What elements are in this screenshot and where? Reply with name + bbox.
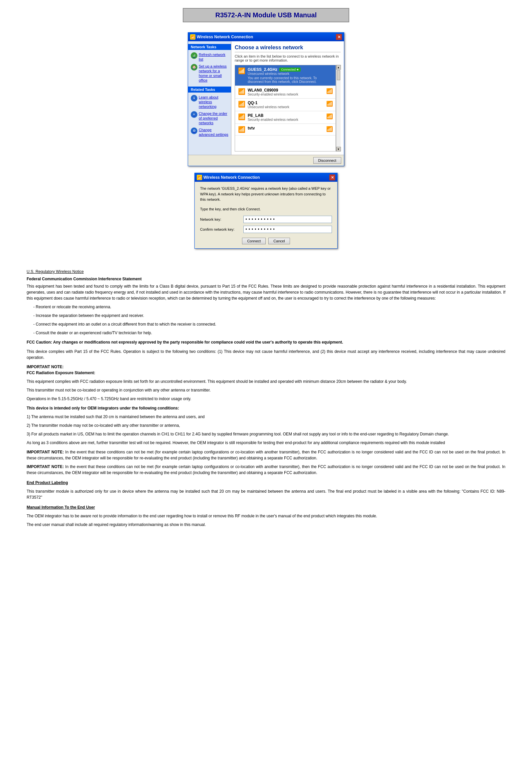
network-list[interactable]: 📶 GUESS_2.4GHz Connected ★ Unsecured wir…: [235, 65, 336, 151]
network-item-qq1[interactable]: 📶 QQ-1 Unsecured wireless network 📶: [235, 99, 336, 111]
refresh-label: Refresh network list: [199, 52, 228, 62]
dialog2-body: The network 'GUESS_2.4GHz' requires a ne…: [195, 182, 337, 248]
network-key-label: Network key:: [200, 217, 243, 221]
network-info-wlan0: WLAN0_C89009 Security-enabled wireless n…: [248, 88, 324, 96]
network-sub1-guess: Unsecured wireless network: [248, 72, 333, 76]
important-note1-title: IMPORTANT NOTE:: [27, 450, 64, 454]
wifi-icon-pelab: 📶: [238, 113, 246, 120]
part15-text: This device complies with Part 15 of the…: [27, 349, 505, 360]
right-panel-title: Choose a wireless network: [235, 44, 341, 52]
dialog2-titlebar: 📶 Wireless Network Connection ✕: [195, 173, 337, 182]
important-note-section: IMPORTANT NOTE: FCC Radiation Exposure S…: [27, 364, 505, 376]
fcc-radiation-body: This equipment complies with FCC radiati…: [27, 378, 505, 384]
confirm-key-input[interactable]: [243, 226, 332, 233]
dialog2-icon: 📶: [197, 175, 202, 180]
oem-condition-2: 3) For all products market in US, OEM ha…: [27, 431, 505, 437]
dialog2-text1: The network 'GUESS_2.4GHz' requires a ne…: [200, 186, 332, 202]
scroll-up-arrow[interactable]: ▲: [336, 65, 341, 70]
signal-pelab: 📶: [326, 113, 333, 119]
measure-1: - Increase the separation between the eq…: [33, 313, 505, 319]
change-advanced-task[interactable]: ⚙ Change advanced settings: [188, 126, 231, 138]
scroll-down-arrow[interactable]: ▼: [336, 147, 341, 151]
transmitter-note: This transmitter must not be co-located …: [27, 387, 505, 393]
dialog1-icon: 📶: [190, 34, 195, 39]
related-tasks-title: Related Tasks: [188, 87, 231, 93]
oem-condition-0: 1) The antenna must be installed such th…: [27, 414, 505, 420]
measure-3: - Consult the dealer or an experienced r…: [33, 330, 505, 336]
network-info-pelab: PE_LAB Security-enabled wireless network: [248, 113, 324, 121]
learn-label: Learn about wireless networking: [199, 95, 228, 109]
measure-0: - Reorient or relocate the receiving ant…: [33, 304, 505, 310]
important-note1-body: In the event that these conditions can n…: [27, 450, 505, 460]
signal-wlan0: 📶: [326, 88, 333, 94]
wifi-icon-wlan0: 📶: [238, 88, 246, 95]
oem-condition-3: As long as 3 conditions above are met, f…: [27, 440, 505, 446]
advanced-label: Change advanced settings: [199, 127, 228, 137]
network-item-tvtv[interactable]: 📶 tvtv 📶: [235, 124, 336, 135]
scroll-thumb[interactable]: [337, 70, 340, 80]
page-header: R3572-A-IN Module USB Manual: [183, 8, 349, 22]
right-panel-instruction: Click an item in the list below to conne…: [235, 54, 341, 62]
fcc-caution-text: FCC Caution: Any changes or modification…: [27, 340, 343, 345]
confirm-key-label: Confirm network key:: [200, 227, 243, 231]
network-sub1-wlan0: Security-enabled wireless network: [248, 93, 324, 96]
dialog2-close-button[interactable]: ✕: [329, 175, 335, 181]
dialog1-close-button[interactable]: ✕: [336, 34, 342, 40]
change-order-task[interactable]: ≡ Change the order of preferred networks: [188, 110, 231, 126]
learn-icon: ℹ: [191, 95, 197, 102]
wifi-icon-qq1: 📶: [238, 101, 246, 108]
network-item-pelab[interactable]: 📶 PE_LAB Security-enabled wireless netwo…: [235, 111, 336, 124]
order-label: Change the order of preferred networks: [199, 111, 228, 125]
important-note2: IMPORTANT NOTE: In the event that these …: [27, 464, 505, 476]
oem-title-text: This device is intended only for OEM int…: [27, 406, 179, 411]
network-scrollbar[interactable]: ▲ ▼: [336, 65, 341, 151]
fcc-caution: FCC Caution: Any changes or modification…: [27, 339, 505, 345]
network-name-wlan0: WLAN0_C89009: [248, 88, 324, 93]
fcc-body: This equipment has been tested and found…: [27, 283, 505, 301]
network-key-input[interactable]: [243, 216, 332, 223]
advanced-icon: ⚙: [191, 127, 197, 134]
setup-network-task[interactable]: 🏠 Set up a wireless network for a home o…: [188, 63, 231, 84]
screenshot-area: 📶 Wireless Network Connection ✕ Network …: [149, 32, 383, 255]
setup-label: Set up a wireless network for a home or …: [199, 64, 228, 83]
order-icon: ≡: [191, 111, 197, 118]
refresh-network-task[interactable]: ↺ Refresh network list: [188, 51, 231, 63]
manual-info-title: Manual Information To the End User: [27, 505, 505, 510]
important-note2-body: In the event that these conditions can n…: [27, 464, 505, 475]
fcc-title: Federal Communication Commission Interfe…: [27, 276, 505, 282]
network-info-guess: GUESS_2.4GHz Connected ★ Unsecured wirel…: [248, 67, 333, 84]
wireless-network-dialog: 📶 Wireless Network Connection ✕ Network …: [188, 32, 344, 166]
page-title: R3572-A-IN Module USB Manual: [190, 11, 342, 19]
important-note1: IMPORTANT NOTE: In the event that these …: [27, 449, 505, 461]
end-user-note: The end user manual shall include all re…: [27, 522, 505, 528]
connect-button[interactable]: Connect: [242, 238, 266, 244]
dialog1-title: Wireless Network Connection: [197, 35, 253, 39]
left-panel: Network Tasks ↺ Refresh network list 🏠 S…: [188, 41, 231, 155]
network-name-guess: GUESS_2.4GHz Connected ★: [248, 67, 333, 72]
learn-wireless-task[interactable]: ℹ Learn about wireless networking: [188, 94, 231, 110]
disconnect-button[interactable]: Disconnect: [313, 157, 341, 164]
network-sub1-pelab: Security-enabled wireless network: [248, 118, 324, 121]
manual-info-body: The OEM integrator has to be aware not t…: [27, 513, 505, 519]
operations-note: Operations in the 5.15-5.25GHz / 5.470 ~…: [27, 396, 505, 402]
network-info-tvtv: tvtv: [248, 126, 324, 130]
oem-condition-1: 2) The transmitter module may not be co-…: [27, 423, 505, 428]
related-tasks-section: Related Tasks ℹ Learn about wireless net…: [188, 87, 231, 138]
cancel-button[interactable]: Cancel: [268, 238, 290, 244]
network-sub1-qq1: Unsecured wireless network: [248, 105, 324, 109]
network-key-row: Network key:: [200, 216, 332, 223]
refresh-icon: ↺: [191, 52, 197, 59]
dialog2-title: Wireless Network Connection: [203, 175, 260, 180]
right-panel: Choose a wireless network Click an item …: [231, 41, 344, 155]
network-sub2-guess: You are currently connected to this netw…: [248, 76, 333, 84]
network-name-tvtv: tvtv: [248, 126, 324, 130]
dialog1-body: Network Tasks ↺ Refresh network list 🏠 S…: [188, 41, 344, 155]
dialog2-buttons: Connect Cancel: [200, 238, 332, 244]
network-name-qq1: QQ-1: [248, 101, 324, 105]
network-item-guess[interactable]: 📶 GUESS_2.4GHz Connected ★ Unsecured wir…: [235, 65, 336, 86]
network-item-wlan0[interactable]: 📶 WLAN0_C89009 Security-enabled wireless…: [235, 86, 336, 99]
important-note-title: IMPORTANT NOTE:: [27, 364, 64, 369]
signal-qq1: 📶: [326, 101, 333, 107]
confirm-key-row: Confirm network key:: [200, 226, 332, 233]
main-content: U.S. Regulatory Wireless Notice Federal …: [0, 262, 532, 537]
